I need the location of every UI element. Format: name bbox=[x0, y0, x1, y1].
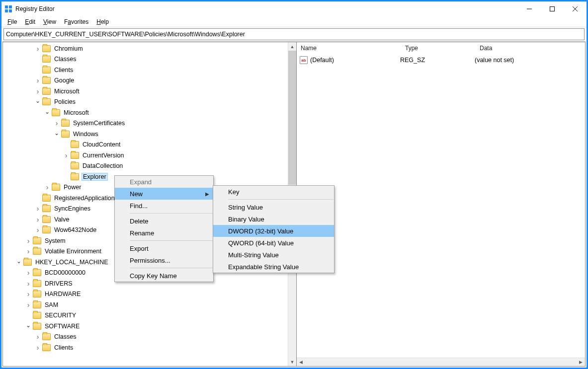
titlebar[interactable]: Registry Editor bbox=[1, 1, 587, 16]
folder-icon bbox=[42, 216, 51, 223]
ctx-permissions[interactable]: Permissions... bbox=[115, 254, 213, 266]
menu-file[interactable]: File bbox=[3, 17, 21, 26]
chevron-right-icon[interactable]: › bbox=[34, 87, 41, 95]
tree-item[interactable]: Classes bbox=[3, 54, 288, 65]
chevron-down-icon[interactable]: ⌄ bbox=[44, 108, 51, 115]
tree-item-label: Chromium bbox=[53, 45, 84, 52]
chevron-right-icon[interactable]: › bbox=[25, 301, 32, 309]
tree-item[interactable]: ›SystemCertificates bbox=[3, 118, 288, 129]
tree-item[interactable]: ›CurrentVersion bbox=[3, 150, 288, 161]
close-button[interactable] bbox=[564, 1, 587, 16]
sub-expand[interactable]: Expandable String Value bbox=[213, 261, 334, 273]
col-name[interactable]: Name bbox=[297, 43, 401, 53]
folder-icon bbox=[42, 56, 51, 63]
chevron-right-icon[interactable]: › bbox=[34, 344, 41, 352]
tree-item[interactable]: ⌄Policies bbox=[3, 97, 288, 108]
tree-item[interactable]: ›SAM bbox=[3, 299, 288, 310]
address-bar[interactable]: Computer\HKEY_CURRENT_USER\SOFTWARE\Poli… bbox=[3, 28, 585, 40]
chevron-right-icon[interactable]: › bbox=[25, 237, 32, 245]
tree-item[interactable]: ⌄SOFTWARE bbox=[3, 321, 288, 332]
tree-item-label: DRIVERS bbox=[44, 280, 74, 287]
context-menu: Expand New▶ Find... Delete Rename Export… bbox=[114, 175, 214, 282]
sub-binary[interactable]: Binary Value bbox=[213, 213, 334, 225]
submenu-arrow-icon: ▶ bbox=[205, 191, 209, 197]
chevron-right-icon[interactable]: › bbox=[25, 247, 32, 255]
maximize-button[interactable] bbox=[541, 1, 564, 16]
chevron-right-icon[interactable]: › bbox=[34, 45, 41, 53]
list-body[interactable]: ab (Default) REG_SZ (value not set) bbox=[297, 54, 585, 358]
value-row[interactable]: ab (Default) REG_SZ (value not set) bbox=[300, 55, 582, 65]
tree-item[interactable]: CloudContent bbox=[3, 140, 288, 150]
ctx-new[interactable]: New▶ bbox=[115, 188, 213, 200]
ctx-export[interactable]: Export bbox=[115, 242, 213, 254]
scroll-left-arrow-icon[interactable]: ◀ bbox=[297, 360, 305, 365]
ctx-find[interactable]: Find... bbox=[115, 200, 213, 212]
folder-icon bbox=[71, 152, 79, 159]
chevron-right-icon[interactable]: › bbox=[25, 290, 32, 298]
menu-view[interactable]: View bbox=[39, 17, 60, 26]
menu-favorites[interactable]: Favorites bbox=[60, 17, 92, 26]
col-data[interactable]: Data bbox=[476, 43, 585, 53]
tree-item[interactable]: ⌄Microsoft bbox=[3, 107, 288, 118]
ctx-delete[interactable]: Delete bbox=[115, 215, 213, 227]
tree-item[interactable]: DataCollection bbox=[3, 161, 288, 172]
sub-key[interactable]: Key bbox=[213, 186, 334, 198]
scroll-down-arrow-icon[interactable]: ▼ bbox=[288, 358, 296, 366]
ctx-copy-key-name[interactable]: Copy Key Name bbox=[115, 270, 213, 282]
chevron-right-icon[interactable]: › bbox=[34, 76, 41, 84]
address-text: Computer\HKEY_CURRENT_USER\SOFTWARE\Poli… bbox=[6, 31, 245, 38]
tree-item[interactable]: ›HARDWARE bbox=[3, 289, 288, 300]
tree-item-label: SystemCertificates bbox=[72, 120, 126, 127]
tree-panel: ›ChromiumClassesClients›Google›Microsoft… bbox=[2, 42, 296, 367]
scroll-up-arrow-icon[interactable]: ▲ bbox=[288, 42, 296, 51]
menu-help[interactable]: Help bbox=[92, 17, 113, 26]
chevron-down-icon[interactable]: ⌄ bbox=[34, 97, 41, 104]
folder-icon bbox=[42, 45, 51, 52]
chevron-right-icon[interactable]: › bbox=[34, 226, 41, 234]
folder-icon bbox=[33, 248, 41, 255]
sub-dword[interactable]: DWORD (32-bit) Value bbox=[213, 225, 334, 237]
tree-item[interactable]: Clients bbox=[3, 65, 288, 75]
chevron-down-icon[interactable]: ⌄ bbox=[15, 258, 22, 265]
chevron-right-icon[interactable]: › bbox=[25, 280, 32, 288]
col-type[interactable]: Type bbox=[401, 43, 476, 53]
folder-icon bbox=[52, 184, 60, 191]
tree-item[interactable]: ›Classes bbox=[3, 332, 288, 343]
chevron-right-icon[interactable]: › bbox=[25, 269, 32, 277]
sub-string[interactable]: String Value bbox=[213, 201, 334, 213]
sub-multi[interactable]: Multi-String Value bbox=[213, 249, 334, 261]
ctx-rename[interactable]: Rename bbox=[115, 227, 213, 239]
chevron-right-icon[interactable]: › bbox=[44, 183, 51, 191]
horizontal-scrollbar[interactable]: ◀ ▶ bbox=[297, 358, 585, 366]
tree-item[interactable]: SECURITY bbox=[3, 310, 288, 321]
tree-item[interactable]: ⌄Windows bbox=[3, 129, 288, 140]
minimize-button[interactable] bbox=[518, 1, 541, 16]
tree-item[interactable]: ›Clients bbox=[3, 342, 288, 353]
chevron-down-icon[interactable]: ⌄ bbox=[25, 322, 32, 329]
tree-item-label: Microsoft bbox=[63, 109, 90, 116]
chevron-right-icon[interactable]: › bbox=[63, 151, 70, 159]
chevron-down-icon[interactable]: ⌄ bbox=[53, 130, 60, 137]
menubar: File Edit View Favorites Help bbox=[1, 16, 587, 27]
tree-item-label: HARDWARE bbox=[44, 291, 82, 297]
chevron-right-icon[interactable]: › bbox=[53, 119, 60, 127]
menu-separator bbox=[130, 268, 213, 268]
tree-item[interactable]: ›Chromium bbox=[3, 43, 288, 54]
sub-qword[interactable]: QWORD (64-bit) Value bbox=[213, 237, 334, 249]
list-header: Name Type Data bbox=[297, 42, 585, 54]
folder-icon bbox=[71, 162, 79, 169]
tree-item-label: SyncEngines bbox=[53, 205, 91, 212]
menu-edit[interactable]: Edit bbox=[21, 17, 39, 26]
scroll-right-arrow-icon[interactable]: ▶ bbox=[577, 360, 585, 365]
tree-item[interactable]: ›Google bbox=[3, 75, 288, 86]
tree-item[interactable]: ›Microsoft bbox=[3, 86, 288, 97]
chevron-right-icon[interactable]: › bbox=[34, 216, 41, 223]
app-icon bbox=[4, 5, 12, 13]
tree-item-label: SAM bbox=[44, 301, 59, 308]
scroll-thumb[interactable] bbox=[288, 51, 296, 185]
folder-icon bbox=[42, 226, 51, 233]
ctx-expand[interactable]: Expand bbox=[115, 176, 213, 188]
chevron-right-icon[interactable]: › bbox=[34, 205, 41, 213]
tree-item-label: Microsoft bbox=[53, 88, 81, 95]
chevron-right-icon[interactable]: › bbox=[34, 333, 41, 341]
